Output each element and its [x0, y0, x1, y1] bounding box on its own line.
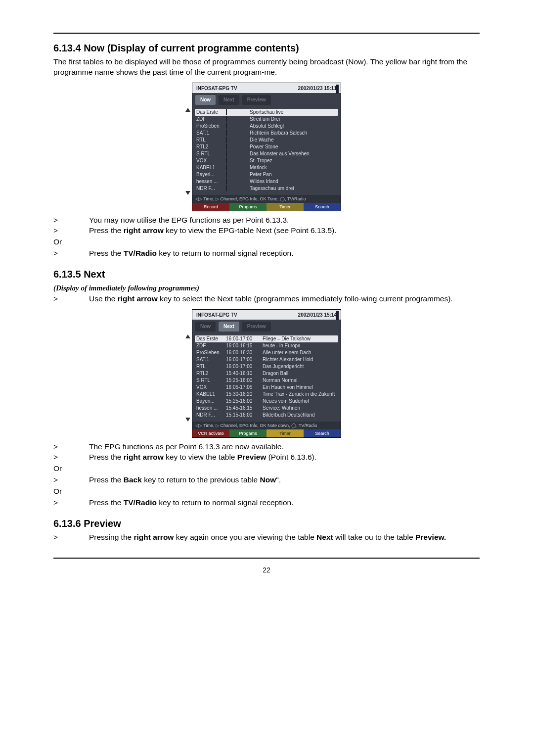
programme-title: Bilderbuch Deutschland — [263, 412, 337, 419]
heading-6136: 6.13.6 Preview — [53, 517, 480, 530]
heading-6134: 6.13.4 Now (Display of current programme… — [53, 42, 480, 55]
programme-title: Matlock — [250, 164, 337, 171]
epg-row[interactable]: RTLDie Wache — [196, 137, 337, 143]
tab-next[interactable]: Next — [219, 95, 239, 105]
progress-bar — [226, 143, 247, 150]
programme-title: Ein Hauch von Himmel — [263, 384, 337, 391]
epg-row[interactable]: SAT.116:00-17:00Richter Alexander Hold — [196, 356, 337, 363]
bullet: > Press the Back key to return to the pr… — [53, 475, 480, 485]
scroll-arrows — [185, 334, 190, 422]
time-range: 15:40-16:10 — [226, 370, 260, 377]
epg-row[interactable]: ProSieben16:00-16:30Alle unter einem Dac… — [196, 349, 337, 356]
chevron-up-icon — [185, 334, 190, 338]
channel-name: ZDF — [196, 342, 223, 349]
epg-row[interactable]: Das Erste16:00-17:00Fliege – Die Talksho… — [195, 335, 338, 342]
epg-row[interactable]: RTL16:00-17:00Das Jugendgericht — [196, 363, 337, 370]
epg-title-left: INFOSAT-EPG TV — [196, 312, 237, 319]
channel-name: S RTL — [196, 150, 223, 157]
btn-yellow[interactable]: Timer — [267, 203, 304, 211]
time-range: 15:15-16:00 — [226, 412, 260, 419]
epg-titlebar: INFOSAT-EPG TV 2002/01/23 15:11 — [192, 83, 341, 94]
progress-bar — [226, 109, 247, 116]
or-label: Or — [53, 237, 480, 247]
programme-title: Wildes Irland — [250, 178, 337, 185]
tab-preview[interactable]: Preview — [242, 322, 271, 331]
epg-color-buttons: Record Progams Timer Search — [192, 203, 341, 211]
scroll-indicator — [336, 85, 339, 94]
channel-name: VOX — [196, 384, 223, 391]
heading-6135: 6.13.5 Next — [53, 268, 480, 281]
bullet: > The EPG functions as per Point 6.13.3 … — [53, 442, 480, 452]
btn-blue[interactable]: Search — [304, 429, 341, 437]
programme-title: Norman Normal — [263, 377, 337, 384]
epg-title-right: 2002/01/23 15:11 — [298, 85, 337, 92]
document-page: 6.13.4 Now (Display of current programme… — [0, 0, 534, 595]
tab-next[interactable]: Next — [219, 322, 239, 331]
epg-row[interactable]: Bayeri...Peter Pan — [196, 171, 337, 178]
epg-row[interactable]: KABEL1Matlock — [196, 164, 337, 171]
bullet: > Pressing the right arrow key again onc… — [53, 532, 480, 543]
epg-titlebar: INFOSAT-EPG TV 2002/01/23 15:14 — [192, 310, 341, 320]
channel-name: RTL2 — [196, 370, 223, 377]
btn-yellow[interactable]: Timer — [267, 429, 304, 437]
channel-name: Bayeri... — [196, 171, 223, 178]
epg-row[interactable]: RTL2Power Stone — [196, 143, 337, 150]
progress-bar — [226, 123, 247, 130]
progress-bar — [226, 164, 247, 171]
programme-title: Das Jugendgericht — [263, 363, 337, 370]
epg-row[interactable]: ZDFStreit um Drei — [196, 116, 337, 123]
epg-row[interactable]: ZDF16:00-16:15heute - in Europa — [196, 342, 337, 349]
btn-red[interactable]: Record — [192, 203, 229, 211]
btn-blue[interactable]: Search — [304, 203, 341, 211]
epg-figure-next: INFOSAT-EPG TV 2002/01/23 15:14 Now Next… — [192, 309, 341, 438]
progress-bar — [226, 130, 247, 137]
programme-title: St. Tropez — [250, 157, 337, 164]
tab-now[interactable]: Now — [195, 95, 216, 105]
scroll-indicator — [336, 311, 339, 320]
tab-now[interactable]: Now — [195, 322, 216, 331]
epg-row[interactable]: S RTL15:25-16:00Norman Normal — [196, 377, 337, 384]
time-range: 16:00-17:00 — [226, 335, 260, 342]
time-range: 16:05-17:05 — [226, 384, 260, 391]
epg-row[interactable]: NDR F...Tagesschau um drei — [196, 185, 337, 192]
bottom-rule — [53, 558, 480, 559]
channel-name: ZDF — [196, 116, 223, 123]
epg-row[interactable]: S RTLDas Monster aus Versehen — [196, 150, 337, 157]
programme-title: Power Stone — [250, 143, 337, 150]
channel-name: SAT.1 — [196, 356, 223, 363]
programme-title: Tagesschau um drei — [250, 185, 337, 192]
programme-title: Dragon Ball — [263, 370, 337, 377]
time-range: 15:30-16:20 — [226, 391, 260, 398]
programme-title: heute - in Europa — [263, 342, 337, 349]
epg-row[interactable]: ProSiebenAbsolut Schlegl — [196, 123, 337, 130]
btn-red[interactable]: VCR activate — [192, 429, 229, 437]
epg-row[interactable]: SAT.1Richterin Barbara Salesch — [196, 130, 337, 137]
epg-row[interactable]: Das ErsteSportschau live — [195, 109, 338, 116]
epg-tabs: Now Next Preview — [192, 320, 341, 334]
tab-preview[interactable]: Preview — [242, 95, 271, 105]
epg-body: Das Erste16:00-17:00Fliege – Die Talksho… — [192, 334, 341, 422]
epg-row[interactable]: KABEL115:30-16:20Time Trax - Zurück in d… — [196, 391, 337, 398]
epg-row[interactable]: hessen ...Wildes Irland — [196, 178, 337, 185]
btn-green[interactable]: Progams — [229, 429, 267, 437]
epg-window: INFOSAT-EPG TV 2002/01/23 15:11 Now Next… — [192, 83, 341, 211]
intro-6134: The first tables to be displayed will be… — [53, 57, 480, 78]
epg-row[interactable]: hessen ...15:45-16:15Service: Wohnen — [196, 405, 337, 412]
epg-row[interactable]: RTL215:40-16:10Dragon Ball — [196, 370, 337, 377]
epg-tabs: Now Next Preview — [192, 93, 341, 108]
epg-row[interactable]: VOXSt. Tropez — [196, 157, 337, 164]
programme-title: Streit um Drei — [250, 116, 337, 123]
epg-hintline: ◁▷ Time, ▷ Channel, EPG Info, OK Tune, ◯… — [192, 195, 341, 203]
bullet: > Press the right arrow key to view the … — [53, 452, 480, 463]
epg-body-wrap: Das Erste16:00-17:00Fliege – Die Talksho… — [192, 334, 341, 422]
channel-name: VOX — [196, 157, 223, 164]
epg-row[interactable]: NDR F...15:15-16:00Bilderbuch Deutschlan… — [196, 412, 337, 419]
epg-title-right: 2002/01/23 15:14 — [298, 312, 337, 319]
channel-name: hessen ... — [196, 405, 223, 412]
time-range: 15:25-16:00 — [226, 377, 260, 384]
epg-row[interactable]: VOX16:05-17:05Ein Hauch von Himmel — [196, 384, 337, 391]
epg-row[interactable]: Bayeri...15:25-16:00Neues vom Süderhof — [196, 398, 337, 405]
epg-figure-now: INFOSAT-EPG TV 2002/01/23 15:11 Now Next… — [192, 83, 341, 211]
btn-green[interactable]: Progams — [229, 203, 267, 211]
channel-name: RTL — [196, 137, 223, 143]
